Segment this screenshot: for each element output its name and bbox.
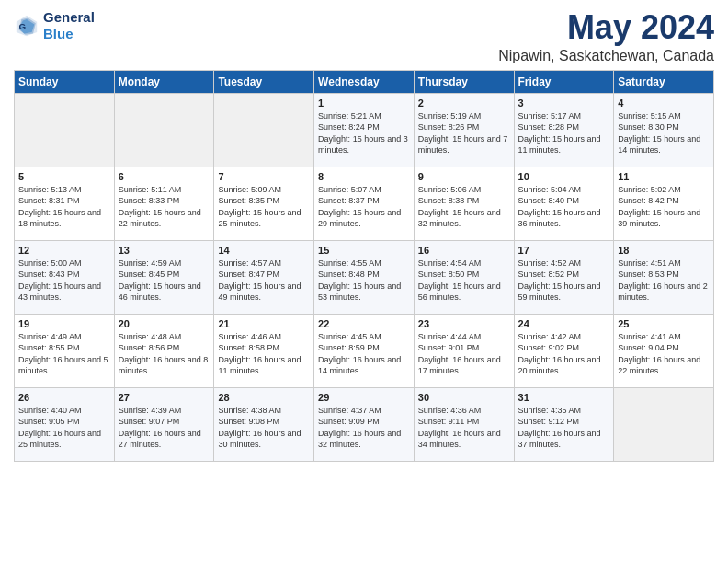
day-info: Sunrise: 4:44 AM Sunset: 9:01 PM Dayligh… (418, 331, 510, 377)
calendar-cell: 27Sunrise: 4:39 AM Sunset: 9:07 PM Dayli… (114, 387, 214, 461)
header-sunday: Sunday (15, 70, 115, 93)
header-saturday: Saturday (614, 70, 714, 93)
calendar-cell: 28Sunrise: 4:38 AM Sunset: 9:08 PM Dayli… (214, 387, 314, 461)
day-info: Sunrise: 5:11 AM Sunset: 8:33 PM Dayligh… (119, 184, 210, 230)
day-info: Sunrise: 4:37 AM Sunset: 9:09 PM Dayligh… (318, 405, 410, 451)
calendar-cell: 23Sunrise: 4:44 AM Sunset: 9:01 PM Dayli… (414, 314, 514, 387)
calendar-cell: 29Sunrise: 4:37 AM Sunset: 9:09 PM Dayli… (314, 387, 415, 461)
day-number: 11 (618, 171, 710, 182)
day-info: Sunrise: 5:04 AM Sunset: 8:40 PM Dayligh… (518, 184, 610, 230)
calendar-cell: 21Sunrise: 4:46 AM Sunset: 8:58 PM Dayli… (214, 314, 314, 387)
week-row-4: 19Sunrise: 4:49 AM Sunset: 8:55 PM Dayli… (15, 314, 714, 387)
week-row-1: 1Sunrise: 5:21 AM Sunset: 8:24 PM Daylig… (15, 93, 714, 167)
day-info: Sunrise: 4:55 AM Sunset: 8:48 PM Dayligh… (318, 258, 410, 304)
day-number: 27 (119, 392, 210, 403)
calendar-cell: 10Sunrise: 5:04 AM Sunset: 8:40 PM Dayli… (514, 167, 614, 240)
location-title: Nipawin, Saskatchewan, Canada (498, 48, 714, 64)
day-number: 4 (618, 98, 710, 109)
calendar-cell: 22Sunrise: 4:45 AM Sunset: 8:59 PM Dayli… (314, 314, 415, 387)
day-info: Sunrise: 4:57 AM Sunset: 8:47 PM Dayligh… (218, 258, 310, 304)
calendar-cell (15, 93, 115, 167)
week-row-5: 26Sunrise: 4:40 AM Sunset: 9:05 PM Dayli… (15, 387, 714, 461)
day-info: Sunrise: 4:52 AM Sunset: 8:52 PM Dayligh… (518, 258, 610, 304)
day-number: 13 (119, 245, 210, 256)
week-row-2: 5Sunrise: 5:13 AM Sunset: 8:31 PM Daylig… (15, 167, 714, 240)
day-number: 31 (518, 392, 610, 403)
day-info: Sunrise: 4:39 AM Sunset: 9:07 PM Dayligh… (119, 405, 210, 451)
day-info: Sunrise: 4:49 AM Sunset: 8:55 PM Dayligh… (18, 331, 110, 377)
page-header: G General Blue May 2024 Nipawin, Saskatc… (14, 9, 714, 64)
day-number: 28 (218, 392, 310, 403)
day-number: 17 (518, 245, 610, 256)
calendar-cell: 9Sunrise: 5:06 AM Sunset: 8:38 PM Daylig… (414, 167, 514, 240)
header-friday: Friday (514, 70, 614, 93)
calendar-cell: 4Sunrise: 5:15 AM Sunset: 8:30 PM Daylig… (614, 93, 714, 167)
day-info: Sunrise: 5:15 AM Sunset: 8:30 PM Dayligh… (618, 110, 710, 156)
day-info: Sunrise: 4:48 AM Sunset: 8:56 PM Dayligh… (119, 331, 210, 377)
calendar-cell: 11Sunrise: 5:02 AM Sunset: 8:42 PM Dayli… (614, 167, 714, 240)
header-wednesday: Wednesday (314, 70, 415, 93)
calendar-cell: 26Sunrise: 4:40 AM Sunset: 9:05 PM Dayli… (15, 387, 115, 461)
day-info: Sunrise: 5:21 AM Sunset: 8:24 PM Dayligh… (318, 110, 410, 156)
header-monday: Monday (114, 70, 214, 93)
day-number: 2 (418, 98, 510, 109)
day-info: Sunrise: 5:19 AM Sunset: 8:26 PM Dayligh… (418, 110, 510, 156)
calendar-cell: 14Sunrise: 4:57 AM Sunset: 8:47 PM Dayli… (214, 240, 314, 314)
calendar-table: SundayMondayTuesdayWednesdayThursdayFrid… (14, 70, 714, 462)
day-number: 16 (418, 245, 510, 256)
calendar-cell: 15Sunrise: 4:55 AM Sunset: 8:48 PM Dayli… (314, 240, 415, 314)
day-number: 9 (418, 171, 510, 182)
day-number: 15 (318, 245, 410, 256)
month-title: May 2024 (498, 9, 714, 46)
calendar-cell: 20Sunrise: 4:48 AM Sunset: 8:56 PM Dayli… (114, 314, 214, 387)
calendar-cell: 1Sunrise: 5:21 AM Sunset: 8:24 PM Daylig… (314, 93, 415, 167)
day-info: Sunrise: 5:17 AM Sunset: 8:28 PM Dayligh… (518, 110, 610, 156)
day-number: 25 (618, 318, 710, 329)
calendar-cell: 3Sunrise: 5:17 AM Sunset: 8:28 PM Daylig… (514, 93, 614, 167)
day-number: 29 (318, 392, 410, 403)
calendar-cell: 17Sunrise: 4:52 AM Sunset: 8:52 PM Dayli… (514, 240, 614, 314)
day-number: 7 (218, 171, 310, 182)
day-info: Sunrise: 4:59 AM Sunset: 8:45 PM Dayligh… (119, 258, 210, 304)
calendar-cell: 13Sunrise: 4:59 AM Sunset: 8:45 PM Dayli… (114, 240, 214, 314)
calendar-cell: 12Sunrise: 5:00 AM Sunset: 8:43 PM Dayli… (15, 240, 115, 314)
day-info: Sunrise: 4:45 AM Sunset: 8:59 PM Dayligh… (318, 331, 410, 377)
header-tuesday: Tuesday (214, 70, 314, 93)
calendar-cell: 5Sunrise: 5:13 AM Sunset: 8:31 PM Daylig… (15, 167, 115, 240)
day-number: 19 (18, 318, 110, 329)
day-number: 3 (518, 98, 610, 109)
day-info: Sunrise: 5:06 AM Sunset: 8:38 PM Dayligh… (418, 184, 510, 230)
day-number: 18 (618, 245, 710, 256)
header-thursday: Thursday (414, 70, 514, 93)
logo-text: General Blue (43, 9, 95, 42)
calendar-cell: 19Sunrise: 4:49 AM Sunset: 8:55 PM Dayli… (15, 314, 115, 387)
day-info: Sunrise: 5:02 AM Sunset: 8:42 PM Dayligh… (618, 184, 710, 230)
calendar-cell: 2Sunrise: 5:19 AM Sunset: 8:26 PM Daylig… (414, 93, 514, 167)
calendar-cell: 31Sunrise: 4:35 AM Sunset: 9:12 PM Dayli… (514, 387, 614, 461)
day-number: 5 (18, 171, 110, 182)
calendar-cell: 18Sunrise: 4:51 AM Sunset: 8:53 PM Dayli… (614, 240, 714, 314)
day-number: 14 (218, 245, 310, 256)
day-number: 12 (18, 245, 110, 256)
day-info: Sunrise: 4:41 AM Sunset: 9:04 PM Dayligh… (618, 331, 710, 377)
calendar-cell: 25Sunrise: 4:41 AM Sunset: 9:04 PM Dayli… (614, 314, 714, 387)
day-number: 22 (318, 318, 410, 329)
day-number: 21 (218, 318, 310, 329)
day-number: 6 (119, 171, 210, 182)
calendar-cell: 24Sunrise: 4:42 AM Sunset: 9:02 PM Dayli… (514, 314, 614, 387)
calendar-cell (214, 93, 314, 167)
calendar-cell: 7Sunrise: 5:09 AM Sunset: 8:35 PM Daylig… (214, 167, 314, 240)
day-number: 10 (518, 171, 610, 182)
day-number: 20 (119, 318, 210, 329)
calendar-cell (614, 387, 714, 461)
calendar-cell: 16Sunrise: 4:54 AM Sunset: 8:50 PM Dayli… (414, 240, 514, 314)
day-info: Sunrise: 4:40 AM Sunset: 9:05 PM Dayligh… (18, 405, 110, 451)
day-info: Sunrise: 4:35 AM Sunset: 9:12 PM Dayligh… (518, 405, 610, 451)
day-number: 1 (318, 98, 410, 109)
day-number: 24 (518, 318, 610, 329)
day-info: Sunrise: 4:42 AM Sunset: 9:02 PM Dayligh… (518, 331, 610, 377)
day-number: 23 (418, 318, 510, 329)
calendar-cell: 30Sunrise: 4:36 AM Sunset: 9:11 PM Dayli… (414, 387, 514, 461)
day-info: Sunrise: 4:36 AM Sunset: 9:11 PM Dayligh… (418, 405, 510, 451)
day-info: Sunrise: 4:51 AM Sunset: 8:53 PM Dayligh… (618, 258, 710, 304)
